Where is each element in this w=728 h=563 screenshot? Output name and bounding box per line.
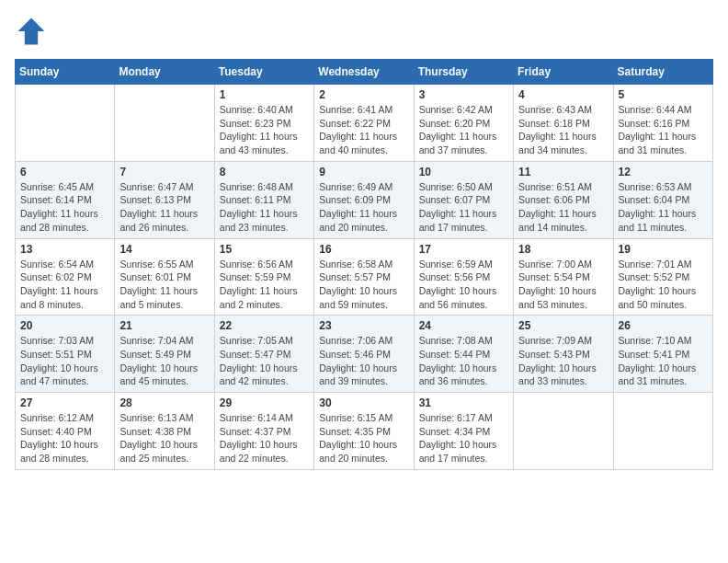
calendar-cell: 14Sunrise: 6:55 AM Sunset: 6:01 PM Dayli…: [115, 238, 214, 316]
calendar-week-row: 20Sunrise: 7:03 AM Sunset: 5:51 PM Dayli…: [16, 316, 713, 393]
day-number: 16: [319, 243, 408, 256]
day-number: 7: [119, 166, 209, 178]
day-info: Sunrise: 7:03 AM Sunset: 5:51 PM Dayligh…: [20, 334, 109, 388]
day-number: 14: [119, 243, 209, 256]
calendar-cell: 8Sunrise: 6:48 AM Sunset: 6:11 PM Daylig…: [214, 161, 313, 238]
day-number: 19: [619, 243, 708, 256]
day-of-week-header: Thursday: [414, 60, 513, 85]
calendar-week-row: 13Sunrise: 6:54 AM Sunset: 6:02 PM Dayli…: [16, 238, 713, 316]
calendar-cell: 1Sunrise: 6:40 AM Sunset: 6:23 PM Daylig…: [214, 85, 313, 162]
calendar-cell: 3Sunrise: 6:42 AM Sunset: 6:20 PM Daylig…: [414, 85, 513, 162]
calendar-cell: [613, 393, 712, 470]
day-info: Sunrise: 6:56 AM Sunset: 5:59 PM Dayligh…: [220, 258, 309, 312]
day-info: Sunrise: 6:47 AM Sunset: 6:13 PM Dayligh…: [119, 180, 209, 235]
day-info: Sunrise: 6:54 AM Sunset: 6:02 PM Dayligh…: [20, 258, 109, 312]
day-of-week-header: Monday: [115, 60, 214, 85]
calendar-cell: 16Sunrise: 6:58 AM Sunset: 5:57 PM Dayli…: [314, 238, 414, 316]
day-info: Sunrise: 6:44 AM Sunset: 6:16 PM Dayligh…: [619, 103, 708, 157]
calendar-week-row: 6Sunrise: 6:45 AM Sunset: 6:14 PM Daylig…: [16, 161, 713, 238]
header-row: SundayMondayTuesdayWednesdayThursdayFrid…: [16, 60, 713, 85]
day-info: Sunrise: 6:50 AM Sunset: 6:07 PM Dayligh…: [419, 180, 508, 235]
calendar-cell: 23Sunrise: 7:06 AM Sunset: 5:46 PM Dayli…: [314, 316, 414, 393]
day-number: 5: [619, 88, 708, 101]
calendar-cell: [16, 85, 115, 162]
day-number: 8: [220, 166, 309, 178]
day-number: 24: [419, 319, 508, 332]
day-number: 27: [20, 396, 109, 409]
day-info: Sunrise: 6:40 AM Sunset: 6:23 PM Dayligh…: [220, 103, 309, 157]
day-number: 20: [20, 319, 109, 332]
calendar-cell: 7Sunrise: 6:47 AM Sunset: 6:13 PM Daylig…: [115, 161, 214, 238]
calendar-cell: 10Sunrise: 6:50 AM Sunset: 6:07 PM Dayli…: [414, 161, 513, 238]
day-info: Sunrise: 6:55 AM Sunset: 6:01 PM Dayligh…: [119, 258, 209, 312]
calendar-cell: 4Sunrise: 6:43 AM Sunset: 6:18 PM Daylig…: [514, 85, 613, 162]
calendar-cell: 31Sunrise: 6:17 AM Sunset: 4:34 PM Dayli…: [414, 393, 513, 470]
day-number: 23: [319, 319, 408, 332]
day-info: Sunrise: 6:59 AM Sunset: 5:56 PM Dayligh…: [419, 258, 508, 312]
calendar-cell: 20Sunrise: 7:03 AM Sunset: 5:51 PM Dayli…: [16, 316, 115, 393]
calendar-cell: 5Sunrise: 6:44 AM Sunset: 6:16 PM Daylig…: [613, 85, 712, 162]
day-info: Sunrise: 7:09 AM Sunset: 5:43 PM Dayligh…: [518, 334, 608, 388]
calendar-cell: [514, 393, 613, 470]
day-of-week-header: Sunday: [16, 60, 115, 85]
calendar-cell: 18Sunrise: 7:00 AM Sunset: 5:54 PM Dayli…: [514, 238, 613, 316]
day-of-week-header: Wednesday: [314, 60, 414, 85]
day-info: Sunrise: 6:58 AM Sunset: 5:57 PM Dayligh…: [319, 258, 408, 312]
calendar-cell: 13Sunrise: 6:54 AM Sunset: 6:02 PM Dayli…: [16, 238, 115, 316]
calendar-cell: 6Sunrise: 6:45 AM Sunset: 6:14 PM Daylig…: [16, 161, 115, 238]
day-number: 25: [518, 319, 608, 332]
calendar-cell: 26Sunrise: 7:10 AM Sunset: 5:41 PM Dayli…: [613, 316, 712, 393]
day-info: Sunrise: 6:53 AM Sunset: 6:04 PM Dayligh…: [619, 180, 708, 235]
calendar-cell: 15Sunrise: 6:56 AM Sunset: 5:59 PM Dayli…: [214, 238, 313, 316]
calendar-cell: 27Sunrise: 6:12 AM Sunset: 4:40 PM Dayli…: [16, 393, 115, 470]
day-info: Sunrise: 6:49 AM Sunset: 6:09 PM Dayligh…: [319, 180, 408, 235]
calendar-cell: 17Sunrise: 6:59 AM Sunset: 5:56 PM Dayli…: [414, 238, 513, 316]
day-info: Sunrise: 6:41 AM Sunset: 6:22 PM Dayligh…: [319, 103, 408, 157]
calendar-cell: 21Sunrise: 7:04 AM Sunset: 5:49 PM Dayli…: [115, 316, 214, 393]
day-info: Sunrise: 6:17 AM Sunset: 4:34 PM Dayligh…: [419, 411, 508, 465]
calendar-cell: 19Sunrise: 7:01 AM Sunset: 5:52 PM Dayli…: [613, 238, 712, 316]
day-info: Sunrise: 6:43 AM Sunset: 6:18 PM Dayligh…: [518, 103, 608, 157]
day-number: 1: [220, 88, 309, 101]
day-info: Sunrise: 7:08 AM Sunset: 5:44 PM Dayligh…: [419, 334, 508, 388]
day-number: 29: [220, 396, 309, 409]
day-info: Sunrise: 6:15 AM Sunset: 4:35 PM Dayligh…: [319, 411, 408, 465]
calendar-week-row: 27Sunrise: 6:12 AM Sunset: 4:40 PM Dayli…: [16, 393, 713, 470]
day-of-week-header: Tuesday: [214, 60, 313, 85]
day-number: 4: [518, 88, 608, 101]
calendar-cell: 11Sunrise: 6:51 AM Sunset: 6:06 PM Dayli…: [514, 161, 613, 238]
day-number: 13: [20, 243, 109, 256]
day-info: Sunrise: 6:45 AM Sunset: 6:14 PM Dayligh…: [20, 180, 109, 235]
calendar-cell: 30Sunrise: 6:15 AM Sunset: 4:35 PM Dayli…: [314, 393, 414, 470]
calendar-cell: [115, 85, 214, 162]
calendar-cell: 2Sunrise: 6:41 AM Sunset: 6:22 PM Daylig…: [314, 85, 414, 162]
day-number: 10: [419, 166, 508, 178]
day-number: 3: [419, 88, 508, 101]
day-number: 12: [619, 166, 708, 178]
day-info: Sunrise: 6:48 AM Sunset: 6:11 PM Dayligh…: [220, 180, 309, 235]
calendar-cell: 28Sunrise: 6:13 AM Sunset: 4:38 PM Dayli…: [115, 393, 214, 470]
calendar-cell: 24Sunrise: 7:08 AM Sunset: 5:44 PM Dayli…: [414, 316, 513, 393]
day-info: Sunrise: 6:51 AM Sunset: 6:06 PM Dayligh…: [518, 180, 608, 235]
day-info: Sunrise: 6:14 AM Sunset: 4:37 PM Dayligh…: [220, 411, 309, 465]
day-number: 6: [20, 166, 109, 178]
day-number: 30: [319, 396, 408, 409]
day-info: Sunrise: 7:01 AM Sunset: 5:52 PM Dayligh…: [619, 258, 708, 312]
day-info: Sunrise: 7:00 AM Sunset: 5:54 PM Dayligh…: [518, 258, 608, 312]
day-info: Sunrise: 7:10 AM Sunset: 5:41 PM Dayligh…: [619, 334, 708, 388]
day-number: 18: [518, 243, 608, 256]
calendar-cell: 29Sunrise: 6:14 AM Sunset: 4:37 PM Dayli…: [214, 393, 313, 470]
day-info: Sunrise: 7:06 AM Sunset: 5:46 PM Dayligh…: [319, 334, 408, 388]
day-number: 22: [220, 319, 309, 332]
logo: [15, 15, 51, 48]
day-number: 9: [319, 166, 408, 178]
day-number: 15: [220, 243, 309, 256]
day-number: 26: [619, 319, 708, 332]
day-of-week-header: Saturday: [613, 60, 712, 85]
day-number: 17: [419, 243, 508, 256]
day-number: 2: [319, 88, 408, 101]
calendar-cell: 25Sunrise: 7:09 AM Sunset: 5:43 PM Dayli…: [514, 316, 613, 393]
day-info: Sunrise: 7:05 AM Sunset: 5:47 PM Dayligh…: [220, 334, 309, 388]
day-info: Sunrise: 7:04 AM Sunset: 5:49 PM Dayligh…: [119, 334, 209, 388]
page-header: [15, 15, 713, 48]
